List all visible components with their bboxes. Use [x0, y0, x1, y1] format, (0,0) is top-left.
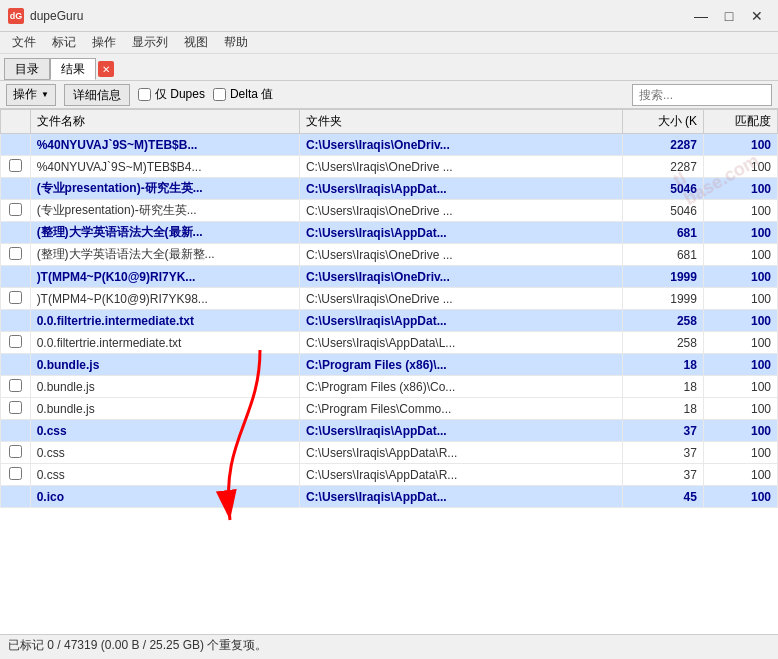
table-row[interactable]: (专业presentation)-研究生英...C:\Users\Iraqis\…	[1, 200, 778, 222]
row-match: 100	[703, 464, 777, 486]
dropdown-arrow-icon: ▼	[41, 90, 49, 99]
row-checkbox-cell	[1, 354, 31, 376]
only-dupes-checkbox-label[interactable]: 仅 Dupes	[138, 86, 205, 103]
row-folder: C:\Users\Iraqis\AppData\R...	[299, 464, 622, 486]
table-row[interactable]: 0.bundle.jsC:\Program Files\Commo...1810…	[1, 398, 778, 420]
row-match: 100	[703, 134, 777, 156]
table-row[interactable]: 0.bundle.jsC:\Program Files (x86)\...181…	[1, 354, 778, 376]
title-bar: dG dupeGuru — □ ✕	[0, 0, 778, 32]
row-filename: 0.bundle.js	[30, 398, 299, 420]
row-checkbox-cell	[1, 464, 31, 486]
row-filename: 0.css	[30, 420, 299, 442]
row-filename: (整理)大学英语语法大全(最新整...	[30, 244, 299, 266]
menu-file[interactable]: 文件	[4, 32, 44, 53]
row-size: 18	[623, 376, 704, 398]
row-size: 2287	[623, 134, 704, 156]
row-checkbox[interactable]	[9, 247, 22, 260]
row-checkbox-cell	[1, 398, 31, 420]
table-row[interactable]: 0.0.filtertrie.intermediate.txtC:\Users\…	[1, 310, 778, 332]
menu-bar: 文件 标记 操作 显示列 视图 帮助	[0, 32, 778, 54]
maximize-button[interactable]: □	[716, 5, 742, 27]
main-content: 文件名称 文件夹 大小 (K 匹配度 %40NYUVAJ`9S~M)TEB$B.…	[0, 109, 778, 634]
row-folder: C:\Users\Iraqis\OneDriv...	[299, 134, 622, 156]
row-size: 1999	[623, 266, 704, 288]
detail-button[interactable]: 详细信息	[64, 84, 130, 106]
row-folder: C:\Users\Iraqis\AppDat...	[299, 178, 622, 200]
table-row[interactable]: %40NYUVAJ`9S~M)TEB$B...C:\Users\Iraqis\O…	[1, 134, 778, 156]
menu-columns[interactable]: 显示列	[124, 32, 176, 53]
row-folder: C:\Users\Iraqis\OneDrive ...	[299, 288, 622, 310]
header-size[interactable]: 大小 (K	[623, 110, 704, 134]
delta-checkbox[interactable]	[213, 88, 226, 101]
row-checkbox[interactable]	[9, 379, 22, 392]
row-size: 681	[623, 244, 704, 266]
app-icon: dG	[8, 8, 24, 24]
row-checkbox[interactable]	[9, 335, 22, 348]
row-size: 18	[623, 398, 704, 420]
row-size: 258	[623, 332, 704, 354]
minimize-button[interactable]: —	[688, 5, 714, 27]
delta-label: Delta 值	[230, 86, 273, 103]
tab-results[interactable]: 结果	[50, 58, 96, 80]
row-match: 100	[703, 376, 777, 398]
row-checkbox-cell	[1, 310, 31, 332]
action-dropdown[interactable]: 操作 ▼	[6, 84, 56, 106]
menu-view[interactable]: 视图	[176, 32, 216, 53]
table-header-row: 文件名称 文件夹 大小 (K 匹配度	[1, 110, 778, 134]
row-checkbox-cell	[1, 420, 31, 442]
row-match: 100	[703, 178, 777, 200]
table-row[interactable]: 0.cssC:\Users\Iraqis\AppData\R...37100	[1, 464, 778, 486]
header-match[interactable]: 匹配度	[703, 110, 777, 134]
row-folder: C:\Users\Iraqis\AppDat...	[299, 222, 622, 244]
table-row[interactable]: 0.cssC:\Users\Iraqis\AppDat...37100	[1, 420, 778, 442]
row-size: 18	[623, 354, 704, 376]
tab-close-button[interactable]: ✕	[98, 61, 114, 77]
table-row[interactable]: 0.bundle.jsC:\Program Files (x86)\Co...1…	[1, 376, 778, 398]
row-checkbox-cell	[1, 442, 31, 464]
menu-action[interactable]: 操作	[84, 32, 124, 53]
row-folder: C:\Users\Iraqis\AppData\R...	[299, 442, 622, 464]
table-row[interactable]: 0.0.filtertrie.intermediate.txtC:\Users\…	[1, 332, 778, 354]
row-checkbox-cell	[1, 376, 31, 398]
status-bar: 已标记 0 / 47319 (0.00 B / 25.25 GB) 个重复项。	[0, 634, 778, 656]
row-match: 100	[703, 486, 777, 508]
row-size: 681	[623, 222, 704, 244]
row-folder: C:\Program Files (x86)\...	[299, 354, 622, 376]
row-checkbox[interactable]	[9, 401, 22, 414]
row-checkbox[interactable]	[9, 203, 22, 216]
row-checkbox[interactable]	[9, 291, 22, 304]
row-size: 37	[623, 420, 704, 442]
search-input[interactable]	[632, 84, 772, 106]
row-checkbox[interactable]	[9, 467, 22, 480]
table-row[interactable]: (整理)大学英语语法大全(最新整...C:\Users\Iraqis\OneDr…	[1, 244, 778, 266]
row-match: 100	[703, 332, 777, 354]
row-checkbox-cell	[1, 332, 31, 354]
menu-mark[interactable]: 标记	[44, 32, 84, 53]
row-checkbox[interactable]	[9, 445, 22, 458]
table-row[interactable]: (整理)大学英语语法大全(最新...C:\Users\Iraqis\AppDat…	[1, 222, 778, 244]
row-checkbox-cell	[1, 156, 31, 178]
row-checkbox[interactable]	[9, 159, 22, 172]
header-folder[interactable]: 文件夹	[299, 110, 622, 134]
delta-checkbox-label[interactable]: Delta 值	[213, 86, 273, 103]
table-row[interactable]: 0.cssC:\Users\Iraqis\AppData\R...37100	[1, 442, 778, 464]
table-row[interactable]: 0.icoC:\Users\Iraqis\AppDat...45100	[1, 486, 778, 508]
menu-help[interactable]: 帮助	[216, 32, 256, 53]
close-button[interactable]: ✕	[744, 5, 770, 27]
header-filename[interactable]: 文件名称	[30, 110, 299, 134]
row-filename: 0.0.filtertrie.intermediate.txt	[30, 310, 299, 332]
row-folder: C:\Users\Iraqis\OneDrive ...	[299, 244, 622, 266]
table-row[interactable]: )T(MPM4~P(K10@9)RI7YK...C:\Users\Iraqis\…	[1, 266, 778, 288]
row-match: 100	[703, 156, 777, 178]
row-match: 100	[703, 244, 777, 266]
header-checkbox[interactable]	[1, 110, 31, 134]
row-folder: C:\Program Files (x86)\Co...	[299, 376, 622, 398]
table-row[interactable]: %40NYUVAJ`9S~M)TEB$B4...C:\Users\Iraqis\…	[1, 156, 778, 178]
only-dupes-label: 仅 Dupes	[155, 86, 205, 103]
row-size: 37	[623, 464, 704, 486]
table-row[interactable]: )T(MPM4~P(K10@9)RI7YK98...C:\Users\Iraqi…	[1, 288, 778, 310]
table-container[interactable]: 文件名称 文件夹 大小 (K 匹配度 %40NYUVAJ`9S~M)TEB$B.…	[0, 109, 778, 634]
only-dupes-checkbox[interactable]	[138, 88, 151, 101]
tab-directory[interactable]: 目录	[4, 58, 50, 80]
table-row[interactable]: (专业presentation)-研究生英...C:\Users\Iraqis\…	[1, 178, 778, 200]
